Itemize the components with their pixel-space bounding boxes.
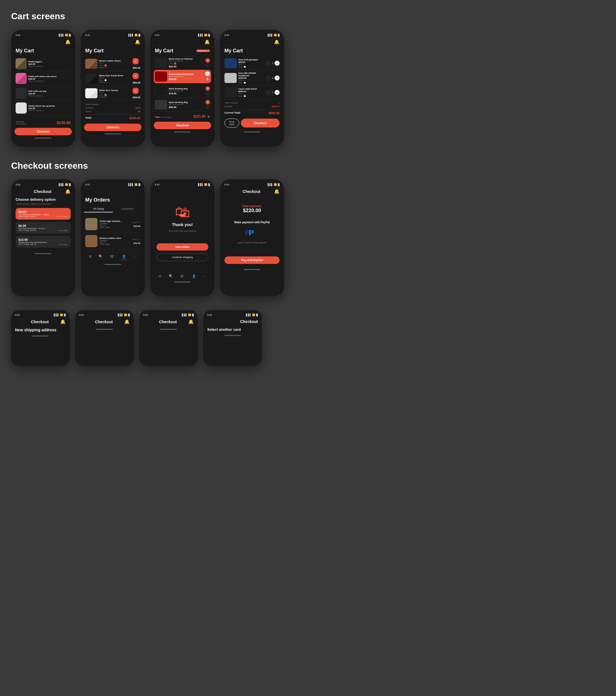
cart-item: Brown Leather Shoes Size: 1 Color: Quant… [84,57,141,71]
tab-completed[interactable]: Completed [113,206,141,212]
delivery-option-next-day[interactable]: $6.99 Next Day Delivery(24 - 48 hrs) Get… [16,222,71,234]
nav-title: Checkout [31,320,49,324]
kore-label: KORE [179,214,186,216]
nav-home[interactable]: ⊞ [89,254,92,260]
color-dot [244,66,246,68]
checkout-button[interactable]: Checkout [154,122,211,129]
delete-button[interactable]: 🗑 [205,77,210,82]
nav-home[interactable]: ⊞ [158,274,161,278]
color-row: Color: [238,95,264,97]
qty-stepper: − 1 + [266,76,280,80]
bell-icon[interactable]: 🔔 [274,189,280,194]
divider [85,114,140,115]
item-info: Black Carry-on Suitcase Size: One Size o… [169,58,204,68]
more-icon: ··· [204,274,206,278]
bell-icon[interactable]: 🔔 [135,39,140,45]
back-icon[interactable]: ← [16,189,20,194]
more-button[interactable]: ··· [138,238,140,241]
view-orders-button[interactable]: View orders [157,243,208,251]
tab-ongoing[interactable]: On Going [84,206,113,212]
item-image [155,58,167,68]
color-row: Color: [99,94,131,96]
delete-button[interactable]: ✕ [132,58,139,64]
back-icon[interactable]: ← [224,189,229,194]
nav-more[interactable]: ··· [204,274,206,278]
nav-account[interactable]: 👤 Account [122,254,127,260]
nav-account[interactable]: 👤 [192,274,196,278]
item-info: Brown Leather Shoes Size: 1 Color: Quant… [99,60,131,68]
pay-with-paypal-button[interactable]: Pay with PayPal [224,256,280,264]
signal-icon: ▌▌▌ [268,34,273,36]
nav-search[interactable]: 🔍 [169,274,173,278]
bell-icon[interactable]: 🔔 [65,189,71,194]
item-info: Rubberished backpacker Size: One Size on… [169,73,203,80]
remove-qty-button[interactable]: − [206,91,210,96]
bell-icon[interactable]: 🔔 [65,39,71,45]
increase-qty-button[interactable]: + [274,90,280,95]
item-price: $49.95 [169,78,203,80]
add-qty-button[interactable]: + [206,86,210,91]
back-icon[interactable]: ← [224,39,229,45]
add-qty-button[interactable]: + [206,100,210,105]
decrease-qty-button[interactable]: − [266,61,271,66]
status-bar: 9:41 ▌▌▌ 📶 ▓ [15,183,72,188]
increase-qty-button[interactable]: + [274,76,280,80]
checkout-button[interactable]: Checkout [241,118,280,127]
item-price: $35.00 [132,66,140,69]
qty-label: Quantity: 1 [99,81,131,83]
checkout-button[interactable]: Checkout [15,128,72,135]
decrease-qty-button[interactable]: − [266,90,271,95]
nav-cart[interactable]: 🛒 [110,254,114,260]
nav-search[interactable]: 🔍 [99,254,103,260]
decrease-qty-button[interactable]: − [266,76,271,80]
total-value-group: $221.85 🗑 [193,114,210,118]
back-icon[interactable]: ← [16,39,20,45]
back-icon[interactable]: ← [207,319,212,324]
continue-shopping-button[interactable]: Continue shopping [157,253,208,261]
item-meta: Size: One Size only [169,76,203,77]
nav-title: Checkout [95,320,113,324]
back-icon[interactable]: ← [85,189,90,194]
increase-qty-button[interactable]: + [274,61,280,66]
bell-icon[interactable]: 🔔 [124,319,130,325]
remove-qty-button[interactable]: − [206,63,210,68]
add-qty-button[interactable]: + [206,58,210,63]
wifi-icon: 📶 [124,314,127,316]
home-icon: ⊞ [89,254,92,258]
add-qty-button[interactable]: + [205,72,210,76]
more-button[interactable]: ··· [138,221,140,224]
nav-2: ← 🔔 [84,38,141,47]
shop-more-button[interactable]: Shop more [224,118,239,127]
time-3: 9:41 [155,34,160,36]
back-icon[interactable]: ← [155,39,159,45]
current-total-val: $868.95 [268,111,280,115]
delete-all-button[interactable]: 🗑 [207,115,210,118]
checkout-button[interactable]: Checkout [84,124,141,131]
back-icon[interactable]: ← [79,319,83,325]
qty-number: 1 [272,91,273,94]
delivery-option-free[interactable]: $0.00 Free Standard Shipping(2 - 3 days)… [16,208,71,220]
color-row: Color: [169,62,204,65]
status-bar: 9:41 ▌▌▌ 📶 ▓ [84,183,141,188]
bell-icon[interactable]: 🔔 [188,319,194,325]
bell-icon[interactable]: 🔔 [274,39,280,45]
totals-section: Total Products: 3 Subtotal: $103 Taxes: … [84,101,141,122]
nav-more[interactable]: ··· [134,254,137,260]
back-icon[interactable]: ← [15,319,19,325]
back-icon[interactable]: ← [143,319,147,325]
delete-button[interactable]: ✕ [132,73,139,79]
delete-button[interactable]: ✕ [132,88,139,94]
nav-cart[interactable]: 🛒 [180,274,184,278]
bell-icon[interactable]: 🔔 [60,319,66,325]
highlighted-cart-item: Rubberished backpacker Size: One Size on… [154,70,211,83]
total-products-row: Total Products: 3 [85,102,140,106]
bell-icon[interactable]: 🔔 [204,39,210,45]
remove-qty-button[interactable]: − [206,105,210,109]
back-icon[interactable]: ← [155,189,159,194]
color-dot [244,82,246,84]
home-indicator [96,329,113,330]
item-price: $299.95 [238,77,264,79]
delivery-option-special[interactable]: $10.99 Special Next Day Delivery(24hrs) … [16,236,71,248]
back-icon[interactable]: ← [85,39,90,45]
item-price: $79.95 [169,92,204,95]
